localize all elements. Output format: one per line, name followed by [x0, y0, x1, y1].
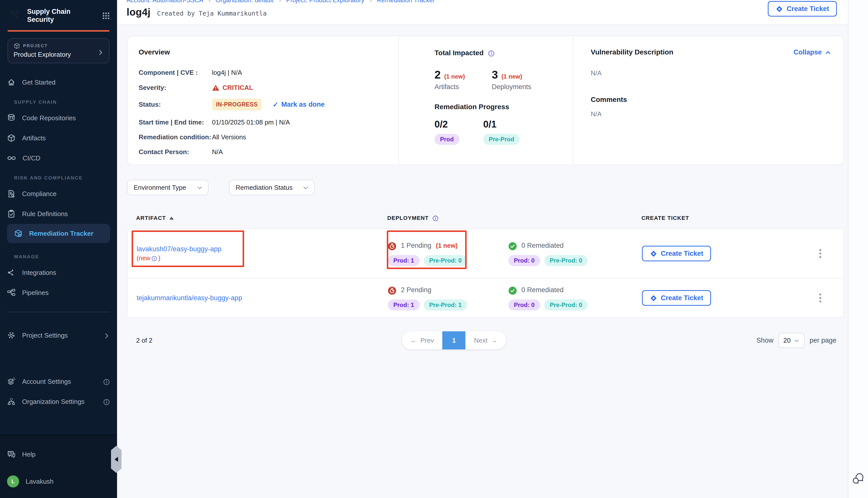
breadcrumb-separator: › [208, 0, 210, 3]
overview-column: Overview Component | CVE : log4j | N/A S… [128, 36, 399, 165]
sidebar-item-pipelines[interactable]: Pipelines [0, 283, 117, 303]
artifact-link[interactable]: tejakummarikuntla/easy-buggy-app [137, 293, 388, 302]
remediated-check-icon [508, 285, 517, 295]
impacted-artifacts-stat: 2 (1 new) Artifacts [435, 68, 492, 91]
module-switcher-icon[interactable] [102, 11, 110, 20]
remediation-condition-label: Remediation condition: [139, 133, 212, 141]
breadcrumb-project[interactable]: Project: Product Exploratory [286, 0, 364, 3]
start-end-time-label: Start time | End time: [139, 118, 212, 126]
info-icon[interactable] [103, 378, 110, 385]
row-menu-kebab-icon[interactable] [813, 290, 828, 305]
avatar: L [7, 475, 19, 487]
prod-count-badge: Prod: 1 [388, 300, 420, 311]
diamond-icon [650, 294, 657, 302]
sidebar-item-artifacts[interactable]: Artifacts [0, 128, 117, 148]
info-icon[interactable] [488, 48, 495, 57]
sidebar-item-rule-definitions[interactable]: Rule Definitions [0, 204, 117, 224]
sidebar-item-code-repositories[interactable]: Code Repositories [0, 108, 117, 128]
breadcrumb-separator: › [279, 0, 281, 3]
breadcrumb-account[interactable]: Account: Automation-SSCA [127, 0, 203, 3]
breadcrumb-separator: › [370, 0, 372, 3]
arrow-left-icon: ← [410, 337, 417, 344]
diamond-icon [776, 5, 783, 13]
chevron-right-icon [98, 47, 104, 56]
artifact-link[interactable]: lavakush07/easy-buggy-app [137, 245, 388, 253]
component-cve-value: log4j | N/A [212, 69, 242, 77]
sidebar-item-account-settings[interactable]: Account Settings [0, 371, 117, 392]
preprod-count-badge: Pre-Prod: 1 [424, 300, 467, 311]
comments-value: N/A [591, 110, 831, 118]
sidebar-item-organization-settings[interactable]: Organization Settings [0, 392, 117, 412]
info-icon[interactable] [151, 253, 157, 263]
row-menu-kebab-icon[interactable] [813, 246, 828, 261]
column-header-artifact[interactable]: ARTIFACT [136, 215, 387, 221]
user-menu[interactable]: L Lavakush [0, 471, 117, 492]
breadcrumb-organization[interactable]: Organization: default [216, 0, 274, 3]
sidebar-collapse-handle[interactable] [111, 446, 121, 473]
sidebar-item-help[interactable]: Help [0, 444, 117, 464]
sidebar-item-integrations[interactable]: Integrations [0, 263, 117, 283]
pagination-summary: 2 of 2 [127, 337, 153, 344]
info-icon[interactable] [103, 397, 110, 405]
scroll-gutter[interactable] [848, 0, 868, 498]
prev-page-button[interactable]: ← Prev [402, 331, 442, 350]
chevron-up-icon [825, 49, 831, 56]
create-ticket-button[interactable]: Create Ticket [642, 246, 711, 261]
clipboard-check-icon [7, 210, 16, 218]
infinity-icon [7, 154, 16, 163]
environment-type-filter[interactable]: Environment Type [127, 180, 208, 195]
document-search-icon [7, 189, 16, 198]
create-ticket-button[interactable]: Create Ticket [642, 290, 711, 306]
column-header-deployment: DEPLOYMENT [387, 214, 508, 221]
next-page-button[interactable]: Next → [465, 331, 506, 350]
prod-count-badge: Prod: 0 [508, 255, 540, 266]
collapse-link[interactable]: Collapse [793, 49, 831, 56]
support-chat-icon[interactable] [852, 472, 865, 485]
main-area: Account: Automation-SSCA › Organization:… [117, 0, 868, 498]
gear-icon [7, 331, 16, 340]
remediation-status-filter[interactable]: Remediation Status [229, 180, 314, 195]
sidebar-item-cicd[interactable]: CI/CD [0, 148, 117, 168]
status-label: Status: [139, 101, 212, 108]
supply-chain-security-logo-icon [7, 6, 23, 24]
code-repository-icon [7, 114, 16, 122]
deployments-count: 3 [492, 68, 498, 81]
package-icon [7, 134, 16, 142]
collapse-left-icon [115, 457, 118, 462]
chevron-down-icon [302, 184, 309, 192]
total-impacted-heading: Total Impacted [435, 49, 484, 57]
sidebar: Supply Chain Security PROJECT Product Ex… [0, 0, 117, 498]
info-icon[interactable] [432, 214, 439, 221]
prod-count-badge: Prod: 0 [508, 300, 540, 311]
project-selector[interactable]: PROJECT Product Exploratory [8, 38, 109, 63]
remediation-progress-heading: Remediation Progress [435, 103, 573, 111]
sidebar-section-risk-compliance: RISK AND COMPLIANCE [0, 168, 117, 184]
create-ticket-button[interactable]: Create Ticket [768, 1, 837, 16]
page-number-current[interactable]: 1 [442, 331, 465, 350]
impact-column: Total Impacted 2 (1 new) Artifacts 3 [399, 36, 573, 165]
sort-ascending-icon [169, 217, 174, 220]
diamond-icon [650, 249, 657, 258]
help-chat-icon [7, 450, 16, 459]
mark-as-done-link[interactable]: ✓ Mark as done [272, 101, 324, 109]
sidebar-item-project-settings[interactable]: Project Settings [0, 325, 117, 345]
pipeline-icon [7, 288, 16, 297]
prod-count-badge: Prod: 1 [388, 255, 420, 266]
sidebar-item-remediation-tracker[interactable]: Remediation Tracker [7, 224, 110, 243]
page-size-select[interactable]: 20 [778, 333, 804, 348]
sidebar-item-get-started[interactable]: Get Started [0, 72, 117, 92]
deployments-new-count: (1 new) [501, 73, 522, 80]
pager: ← Prev 1 Next → [402, 331, 506, 350]
project-cube-icon [14, 43, 20, 49]
per-page-label: per page [809, 337, 837, 344]
severity-label: Severity: [139, 84, 212, 92]
details-column: Vulnerability Description Collapse N/A C… [573, 36, 843, 165]
sidebar-item-compliance[interactable]: Compliance [0, 184, 117, 204]
preprod-progress: 0/1 Pre-Prod [483, 119, 532, 145]
project-name: Product Exploratory [14, 51, 104, 58]
prod-badge: Prod [435, 134, 459, 145]
vulnerability-description-heading: Vulnerability Description [591, 48, 673, 56]
breadcrumb-remediation-tracker[interactable]: Remediation Tracker [377, 0, 435, 3]
brand-title: Supply Chain Security [27, 8, 102, 24]
artifact-cell: tejakummarikuntla/easy-buggy-app [137, 293, 388, 302]
